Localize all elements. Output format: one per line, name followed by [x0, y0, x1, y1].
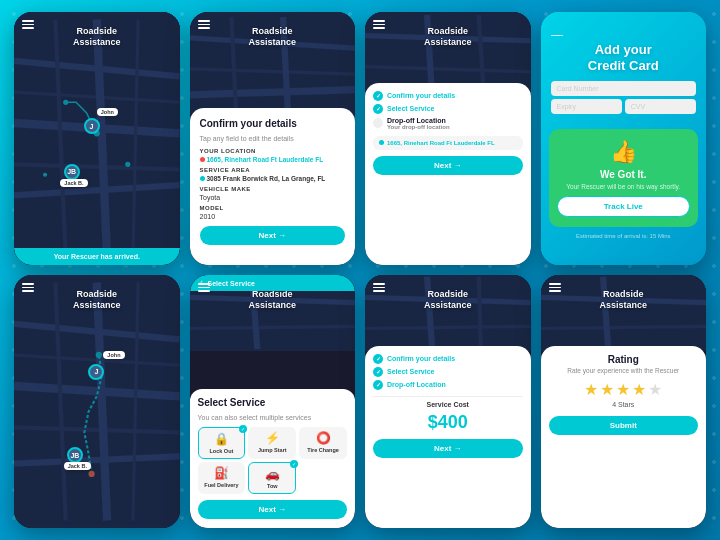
tow-label: Tow: [267, 483, 278, 489]
step-7-1: ✓ Confirm your details: [373, 354, 523, 364]
step-7-check-2: ✓: [373, 367, 383, 377]
cvv-field[interactable]: CVV: [625, 99, 696, 114]
select-service-title: Select Service: [198, 397, 348, 408]
hamburger-menu-3[interactable]: [373, 20, 385, 29]
phone-4: Add your Credit Card Card Number Expiry: [541, 12, 707, 265]
map-label-john: John: [97, 108, 118, 116]
phone-1-bottom-bar: Your Rescuer has arrived.: [14, 248, 180, 265]
lockout-check: ✓: [239, 425, 247, 433]
next-button-p3[interactable]: Next →: [373, 156, 523, 175]
step-list-7: ✓ Confirm your details ✓ Select Service …: [373, 354, 523, 390]
lockout-icon: 🔒: [214, 432, 229, 446]
we-got-it-card: 👍 We Got It. Your Rescuer will be on his…: [549, 129, 699, 227]
rating-sub: Rate your experience with the Rescuer: [549, 367, 699, 374]
rating-section: Rating Rate your experience with the Res…: [549, 354, 699, 435]
stars-container: ★ ★ ★ ★ ★: [549, 380, 699, 399]
hamburger-menu-2[interactable]: [198, 20, 210, 29]
step-7-check-1: ✓: [373, 354, 383, 364]
service-area-value: 3085 Frank Borwick Rd, La Grange, FL: [200, 175, 346, 182]
model-label: MODEL: [200, 205, 346, 211]
next-button-p7[interactable]: Next →: [373, 439, 523, 458]
your-location-value: 1665, Rinehart Road Ft Lauderdale FL: [200, 156, 346, 163]
drop-dot: [379, 140, 384, 145]
lockout-label: Lock Out: [209, 448, 233, 454]
service-jumpstart[interactable]: ⚡ Jump Start: [248, 427, 296, 459]
phone-2: Roadside Assistance Confirm your details…: [190, 12, 356, 265]
star-5[interactable]: ★: [648, 380, 662, 399]
phone-8: Roadside Assistance Rating Rate your exp…: [541, 275, 707, 528]
cc-expiry-cvv-row: Expiry CVV: [551, 99, 697, 114]
tow-check: ✓: [290, 460, 298, 468]
divider-7: [373, 396, 523, 397]
svg-line-41: [365, 326, 531, 328]
map-label-john-5: John: [103, 351, 124, 359]
next-button-p2[interactable]: Next →: [200, 226, 346, 245]
phone-5: Roadside Assistance J John JB Jack B.: [14, 275, 180, 528]
phone-5-title: Roadside Assistance: [73, 289, 121, 311]
svg-rect-39: [365, 277, 531, 349]
step-7-3: ✓ Drop-off Location: [373, 380, 523, 390]
cc-form: Card Number Expiry CVV: [551, 81, 697, 114]
jumpstart-label: Jump Start: [258, 447, 287, 453]
svg-point-11: [125, 162, 130, 167]
map-label-jack: Jack B.: [60, 179, 87, 187]
step3-label: Drop-off Location: [387, 117, 450, 124]
we-got-it-title: We Got It.: [557, 169, 691, 180]
phone-7: Roadside Assistance ✓ Confirm your detai…: [365, 275, 531, 528]
drop-location-field: 1665, Rinehart Road Ft Lauderdale FL: [373, 136, 523, 150]
service-grid: ✓ 🔒 Lock Out ⚡ Jump Start ⭕ Tire Change …: [198, 427, 348, 494]
service-tirechange[interactable]: ⭕ Tire Change: [299, 427, 347, 459]
step-check-2: ✓: [373, 104, 383, 114]
hamburger-menu[interactable]: [22, 20, 34, 29]
dropoff-card: ✓ Confirm your details ✓ Select Service …: [365, 83, 531, 265]
confirm-details-card: Confirm your details Tap any field to ed…: [190, 108, 356, 265]
rating-title: Rating: [549, 354, 699, 365]
card-number-field[interactable]: Card Number: [551, 81, 697, 96]
map-label-jack-5: Jack B.: [64, 462, 91, 470]
star-1[interactable]: ★: [584, 380, 598, 399]
hamburger-menu-4[interactable]: [551, 35, 563, 37]
step-3: Drop-off Location Your drop-off location: [373, 117, 523, 130]
cost-amount: $400: [373, 412, 523, 433]
phone-3: Roadside Assistance ✓ Confirm your detai…: [365, 12, 531, 265]
step-check-1: ✓: [373, 91, 383, 101]
service-dot: [200, 176, 205, 181]
service-lockout[interactable]: ✓ 🔒 Lock Out: [198, 427, 246, 459]
map-avatar-jack-5: JB: [67, 447, 83, 463]
tow-icon: 🚗: [265, 467, 280, 481]
next-button-p6[interactable]: Next →: [198, 500, 348, 519]
hamburger-menu-6[interactable]: [198, 283, 210, 292]
star-2[interactable]: ★: [600, 380, 614, 399]
step-list: ✓ Confirm your details ✓ Select Service …: [373, 91, 523, 130]
star-4[interactable]: ★: [632, 380, 646, 399]
service-cost-label: Service Cost: [373, 401, 523, 408]
add-cc-title-area: Add your Credit Card: [551, 42, 697, 73]
star-3[interactable]: ★: [616, 380, 630, 399]
we-got-it-sub: Your Rescuer will be on his way shortly.: [557, 183, 691, 190]
service-cost-card: ✓ Confirm your details ✓ Select Service …: [365, 346, 531, 528]
select-service-step: Select Service: [208, 280, 255, 287]
hamburger-menu-8[interactable]: [549, 283, 561, 292]
svg-point-33: [96, 352, 102, 358]
map-avatar-john-5: J: [88, 364, 104, 380]
vehicle-make-label: VEHICLE MAKE: [200, 186, 346, 192]
expiry-field[interactable]: Expiry: [551, 99, 622, 114]
service-fuel[interactable]: ⛽ Fuel Delivery: [198, 462, 246, 494]
hamburger-menu-7[interactable]: [373, 283, 385, 292]
service-tow[interactable]: ✓ 🚗 Tow: [248, 462, 296, 494]
step-2: ✓ Select Service: [373, 104, 523, 114]
add-cc-title: Add your Credit Card: [551, 42, 697, 73]
select-service-subtitle: You can also select multiple services: [198, 414, 348, 421]
svg-point-12: [43, 173, 47, 177]
phone-6-title: Roadside Assistance: [248, 289, 296, 311]
phone-7-title: Roadside Assistance: [424, 289, 472, 311]
tirechange-icon: ⭕: [316, 431, 331, 445]
card-title: Confirm your details: [200, 118, 346, 129]
step-check-3: [373, 118, 383, 128]
eta-text: Estimated time of arrival is: 15 Mins: [549, 233, 699, 239]
svg-line-37: [190, 326, 356, 328]
submit-button[interactable]: Submit: [549, 416, 699, 435]
track-live-button[interactable]: Track Live: [557, 196, 691, 217]
hamburger-menu-5[interactable]: [22, 283, 34, 292]
jumpstart-icon: ⚡: [265, 431, 280, 445]
